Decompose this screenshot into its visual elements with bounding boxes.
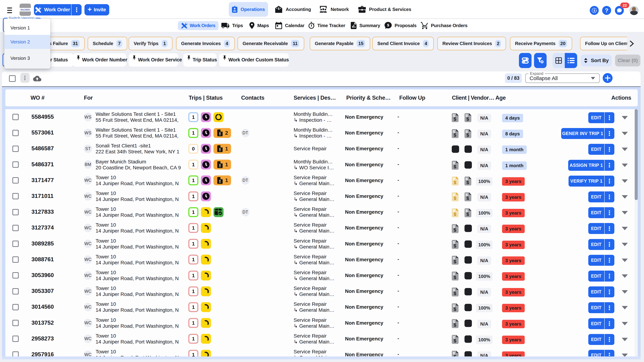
svg-text:$: $ bbox=[454, 180, 456, 185]
svg-text:$: $ bbox=[454, 116, 456, 122]
svg-text:$: $ bbox=[454, 227, 456, 233]
svg-text:$: $ bbox=[454, 322, 456, 328]
svg-text:$: $ bbox=[466, 116, 469, 122]
svg-text:$: $ bbox=[454, 338, 456, 344]
svg-text:$: $ bbox=[454, 307, 456, 312]
svg-text:$: $ bbox=[466, 196, 469, 201]
svg-text:$: $ bbox=[454, 212, 456, 217]
svg-text:$: $ bbox=[466, 180, 469, 185]
svg-text:$: $ bbox=[387, 23, 389, 27]
svg-text:$: $ bbox=[454, 196, 456, 201]
svg-text:$: $ bbox=[454, 275, 456, 280]
svg-text:$: $ bbox=[454, 132, 456, 138]
svg-text:$: $ bbox=[454, 259, 456, 264]
svg-text:$: $ bbox=[466, 132, 469, 138]
svg-text:$: $ bbox=[454, 243, 456, 249]
svg-text:$: $ bbox=[454, 291, 456, 296]
svg-text:$: $ bbox=[454, 354, 456, 357]
svg-text:$: $ bbox=[466, 212, 469, 217]
svg-text:$: $ bbox=[454, 164, 456, 169]
svg-text:$: $ bbox=[278, 7, 280, 10]
